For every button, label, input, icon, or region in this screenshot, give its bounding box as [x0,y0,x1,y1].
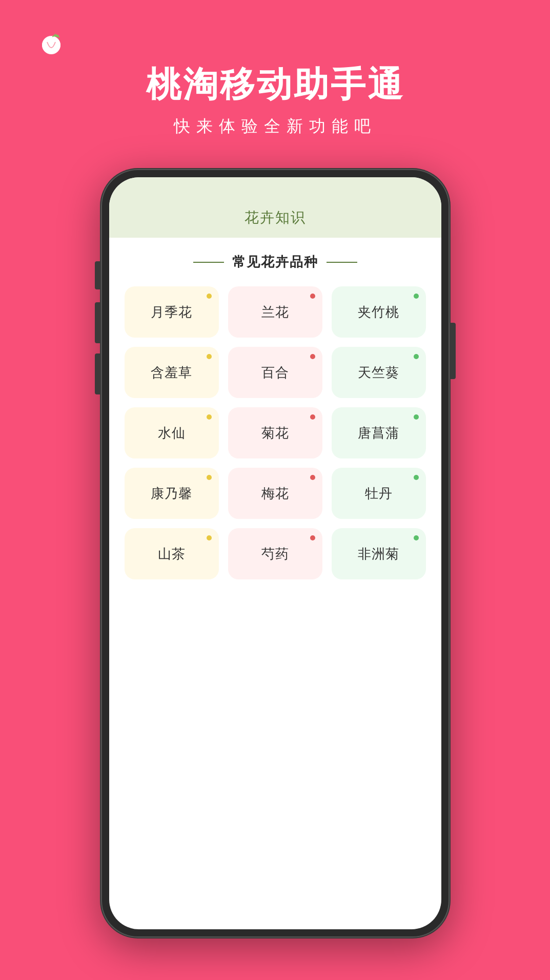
flower-card[interactable]: 唐菖蒲 [332,407,426,458]
flower-card-dot [310,354,315,359]
app-subtitle: 快来体验全新功能吧 [0,115,550,138]
flower-card-dot [310,535,315,540]
flower-card[interactable]: 芍药 [228,528,322,579]
flower-card-name: 唐菖蒲 [358,424,399,442]
phone-container: 花卉知识 常见花卉品种 月季花兰花夹竹桃含羞草百合天竺葵水仙菊花唐菖蒲康乃馨梅花… [101,169,450,937]
flower-card-dot [414,475,419,480]
flower-card-dot [310,294,315,299]
flower-card-name: 天竺葵 [358,364,399,382]
flower-card[interactable]: 山茶 [125,528,219,579]
flower-card[interactable]: 兰花 [228,286,322,338]
flower-card-dot [207,475,212,480]
flower-card-dot [414,535,419,540]
screen-content: 常见花卉品种 月季花兰花夹竹桃含羞草百合天竺葵水仙菊花唐菖蒲康乃馨梅花牡丹山茶芍… [109,238,441,595]
flower-card-name: 夹竹桃 [358,303,399,321]
flower-card-name: 山茶 [158,545,186,563]
svg-point-1 [42,36,60,54]
flower-card-name: 芍药 [261,545,289,563]
flower-card[interactable]: 康乃馨 [125,468,219,519]
section-title: 常见花卉品种 [232,253,318,271]
flower-card[interactable]: 水仙 [125,407,219,458]
flower-card[interactable]: 牡丹 [332,468,426,519]
screen-title: 花卉知识 [119,208,431,227]
flower-card[interactable]: 含羞草 [125,347,219,398]
flower-card-dot [414,414,419,420]
phone-screen: 花卉知识 常见花卉品种 月季花兰花夹竹桃含羞草百合天竺葵水仙菊花唐菖蒲康乃馨梅花… [109,177,441,929]
flower-card-dot [207,354,212,359]
screen-header: 花卉知识 [109,177,441,238]
flower-card-name: 康乃馨 [151,485,192,503]
flower-card-name: 梅花 [261,485,289,503]
flower-card[interactable]: 梅花 [228,468,322,519]
flower-card-dot [207,535,212,540]
side-button-mute [95,261,100,289]
flower-card-dot [310,475,315,480]
flower-card[interactable]: 菊花 [228,407,322,458]
flower-card-name: 百合 [261,364,289,382]
flower-card[interactable]: 月季花 [125,286,219,338]
flower-card-dot [310,414,315,420]
flower-card-dot [207,294,212,299]
flower-card-name: 非洲菊 [358,545,399,563]
app-title: 桃淘移动助手通 [0,61,550,108]
flower-card-name: 含羞草 [151,364,192,382]
flower-card-name: 月季花 [151,303,192,321]
flower-card-dot [207,414,212,420]
flower-card-dot [414,354,419,359]
flower-card-name: 水仙 [158,424,186,442]
logo-icon [37,27,68,57]
flower-card-name: 菊花 [261,424,289,442]
logo-area [37,27,68,57]
heading-line-right [327,262,357,263]
flower-card-name: 牡丹 [365,485,393,503]
side-button-volume-up [95,302,100,343]
flower-card-dot [414,294,419,299]
side-button-power [451,323,456,379]
flower-card[interactable]: 天竺葵 [332,347,426,398]
flower-card[interactable]: 夹竹桃 [332,286,426,338]
flower-card-name: 兰花 [261,303,289,321]
heading-line-left [193,262,224,263]
section-heading: 常见花卉品种 [125,253,426,271]
side-button-volume-down [95,353,100,394]
phone-shell: 花卉知识 常见花卉品种 月季花兰花夹竹桃含羞草百合天竺葵水仙菊花唐菖蒲康乃馨梅花… [101,169,450,937]
flower-grid: 月季花兰花夹竹桃含羞草百合天竺葵水仙菊花唐菖蒲康乃馨梅花牡丹山茶芍药非洲菊 [125,286,426,579]
flower-card[interactable]: 百合 [228,347,322,398]
flower-card[interactable]: 非洲菊 [332,528,426,579]
